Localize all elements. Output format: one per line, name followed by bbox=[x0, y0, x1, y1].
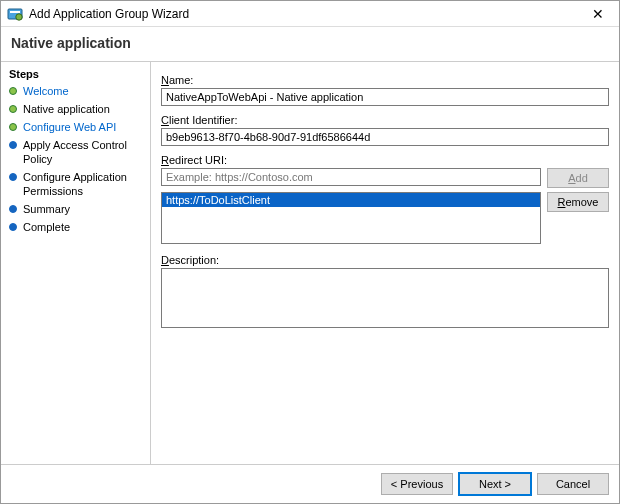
svg-rect-1 bbox=[10, 11, 20, 13]
next-button[interactable]: Next > bbox=[459, 473, 531, 495]
step-pending-icon bbox=[9, 223, 17, 231]
redirect-uri-list[interactable]: https://ToDoListClient bbox=[161, 192, 541, 244]
sidebar-item-label: Apply Access Control Policy bbox=[23, 138, 142, 166]
steps-heading: Steps bbox=[9, 68, 142, 80]
wizard-window: Add Application Group Wizard ✕ Native ap… bbox=[0, 0, 620, 504]
sidebar-item-label: Welcome bbox=[23, 84, 69, 98]
step-pending-icon bbox=[9, 205, 17, 213]
redirect-uri-label: Redirect URI: bbox=[161, 154, 609, 166]
sidebar-item-summary: Summary bbox=[9, 202, 142, 216]
sidebar-item-label: Configure Web API bbox=[23, 120, 116, 134]
wizard-footer: < Previous Next > Cancel bbox=[1, 464, 619, 503]
description-label: Description: bbox=[161, 254, 609, 266]
list-item[interactable]: https://ToDoListClient bbox=[162, 193, 540, 207]
step-done-icon bbox=[9, 105, 17, 113]
svg-point-2 bbox=[16, 13, 22, 19]
close-icon[interactable]: ✕ bbox=[583, 6, 613, 22]
step-done-icon bbox=[9, 87, 17, 95]
sidebar-item-label: Configure Application Permissions bbox=[23, 170, 142, 198]
step-pending-icon bbox=[9, 141, 17, 149]
sidebar-item-native-application[interactable]: Native application bbox=[9, 102, 142, 116]
page-title: Native application bbox=[1, 27, 619, 62]
sidebar-item-label: Native application bbox=[23, 102, 110, 116]
sidebar-item-permissions: Configure Application Permissions bbox=[9, 170, 142, 198]
cancel-button[interactable]: Cancel bbox=[537, 473, 609, 495]
steps-sidebar: Steps Welcome Native application Configu… bbox=[1, 62, 151, 464]
description-input[interactable] bbox=[161, 268, 609, 328]
window-title: Add Application Group Wizard bbox=[29, 7, 583, 21]
client-id-input[interactable] bbox=[161, 128, 609, 146]
name-label: Name: bbox=[161, 74, 609, 86]
name-input[interactable] bbox=[161, 88, 609, 106]
titlebar: Add Application Group Wizard ✕ bbox=[1, 1, 619, 27]
app-icon bbox=[7, 6, 23, 22]
step-done-icon bbox=[9, 123, 17, 131]
sidebar-item-configure-web-api[interactable]: Configure Web API bbox=[9, 120, 142, 134]
add-button[interactable]: Add bbox=[547, 168, 609, 188]
sidebar-item-access-control: Apply Access Control Policy bbox=[9, 138, 142, 166]
previous-button[interactable]: < Previous bbox=[381, 473, 453, 495]
step-pending-icon bbox=[9, 173, 17, 181]
sidebar-item-label: Complete bbox=[23, 220, 70, 234]
sidebar-item-complete: Complete bbox=[9, 220, 142, 234]
sidebar-item-welcome[interactable]: Welcome bbox=[9, 84, 142, 98]
sidebar-item-label: Summary bbox=[23, 202, 70, 216]
redirect-uri-input[interactable] bbox=[161, 168, 541, 186]
client-id-label: Client Identifier: bbox=[161, 114, 609, 126]
remove-button[interactable]: Remove bbox=[547, 192, 609, 212]
form-panel: Name: Client Identifier: Redirect URI: A… bbox=[151, 62, 619, 464]
